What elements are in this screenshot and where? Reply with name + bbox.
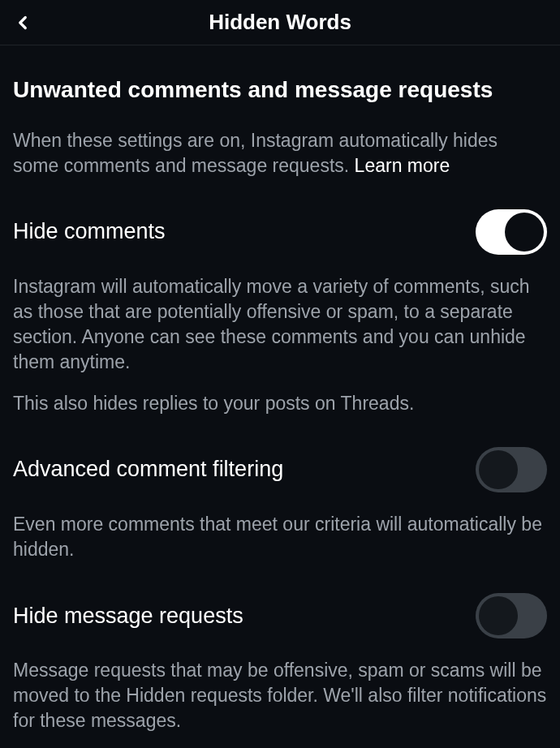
hide-message-requests-label: Hide message requests bbox=[13, 604, 243, 629]
advanced-filtering-label: Advanced comment filtering bbox=[13, 457, 283, 482]
page-title: Hidden Words bbox=[209, 10, 351, 35]
hide-comments-toggle[interactable] bbox=[476, 209, 547, 255]
chevron-left-icon bbox=[12, 12, 33, 33]
back-button[interactable] bbox=[6, 6, 39, 39]
toggle-knob bbox=[505, 213, 544, 251]
toggle-knob bbox=[479, 596, 518, 635]
header: Hidden Words bbox=[0, 0, 560, 45]
hide-comments-row: Hide comments bbox=[13, 209, 547, 255]
toggle-knob bbox=[479, 450, 518, 489]
hide-message-requests-row: Hide message requests bbox=[13, 593, 547, 638]
hide-comments-label: Hide comments bbox=[13, 219, 166, 244]
section-title: Unwanted comments and message requests bbox=[13, 76, 547, 104]
hide-message-requests-toggle[interactable] bbox=[476, 593, 547, 638]
learn-more-link[interactable]: Learn more bbox=[355, 155, 450, 176]
advanced-filtering-description: Even more comments that meet our criteri… bbox=[13, 512, 547, 562]
hide-comments-secondary-description: This also hides replies to your posts on… bbox=[13, 391, 547, 416]
content-area: Unwanted comments and message requests W… bbox=[0, 45, 560, 748]
advanced-filtering-row: Advanced comment filtering bbox=[13, 447, 547, 492]
hide-comments-description: Instagram will automatically move a vari… bbox=[13, 274, 547, 375]
advanced-filtering-toggle[interactable] bbox=[476, 447, 547, 492]
section-description: When these settings are on, Instagram au… bbox=[13, 128, 547, 178]
hide-message-requests-description: Message requests that may be offensive, … bbox=[13, 658, 547, 733]
